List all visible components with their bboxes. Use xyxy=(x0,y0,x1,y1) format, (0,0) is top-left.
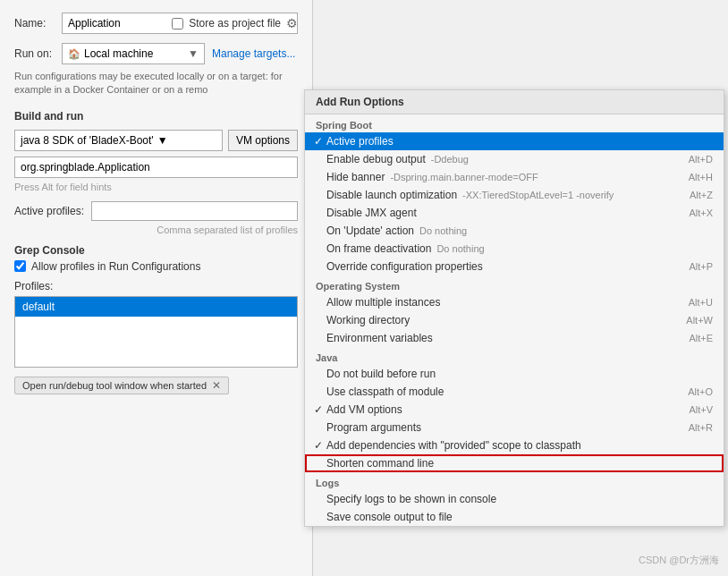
item-shortcut: Alt+H xyxy=(689,172,713,182)
sdk-value: java 8 SDK of 'BladeX-Boot' xyxy=(21,134,154,147)
item-label: Shorten command line xyxy=(326,457,434,470)
open-tool-chip[interactable]: Open run/debug tool window when started … xyxy=(14,377,229,394)
item-specify-logs[interactable]: Specify logs to be shown in console xyxy=(305,490,724,508)
item-desc: -Ddebug xyxy=(431,154,469,165)
item-allow-multiple[interactable]: Allow multiple instances Alt+U xyxy=(305,293,724,311)
item-shortcut: Alt+O xyxy=(688,386,713,397)
store-project-checkbox[interactable] xyxy=(172,18,183,30)
build-run-title: Build and run xyxy=(14,110,298,123)
item-label: Environment variables xyxy=(326,332,433,344)
item-shortcut: Alt+U xyxy=(689,297,713,308)
item-save-console[interactable]: Save console output to file xyxy=(305,508,724,526)
item-add-vm-options[interactable]: Add VM options Alt+V xyxy=(305,401,724,419)
item-label: Add VM options xyxy=(326,403,402,416)
item-label: Active profiles xyxy=(326,135,394,148)
item-desc: -Dspring.main.banner-mode=OFF xyxy=(390,172,538,182)
item-label: Do not build before run xyxy=(326,368,436,380)
item-use-classpath[interactable]: Use classpath of module Alt+O xyxy=(305,383,724,401)
item-label: On frame deactivation xyxy=(326,242,431,255)
active-profiles-input[interactable] xyxy=(91,201,298,221)
profile-item-default[interactable]: default xyxy=(15,297,297,317)
item-label: Add dependencies with "provided" scope t… xyxy=(326,439,581,452)
store-project-label: Store as project file xyxy=(189,17,281,30)
item-label: Use classpath of module xyxy=(326,385,444,398)
item-desc: Do nothing xyxy=(436,243,484,254)
item-no-build[interactable]: Do not build before run xyxy=(305,365,724,383)
item-add-dependencies[interactable]: Add dependencies with "provided" scope t… xyxy=(305,436,724,454)
item-program-args[interactable]: Program arguments Alt+R xyxy=(305,419,724,436)
dropdown-arrow-icon: ▼ xyxy=(188,47,199,60)
item-on-update[interactable]: On 'Update' action Do nothing xyxy=(305,222,724,240)
item-on-deactivation[interactable]: On frame deactivation Do nothing xyxy=(305,240,724,258)
item-env-vars[interactable]: Environment variables Alt+E xyxy=(305,329,724,347)
gear-icon[interactable]: ⚙ xyxy=(286,16,298,30)
name-label: Name: xyxy=(14,17,55,30)
hint-text: Press Alt for field hints xyxy=(14,182,298,192)
section-os: Operating System xyxy=(305,275,724,293)
manage-targets-link[interactable]: Manage targets... xyxy=(212,47,295,60)
item-disable-launch[interactable]: Disable launch optimization -XX:TieredSt… xyxy=(305,186,724,204)
item-override-config[interactable]: Override configuration properties Alt+P xyxy=(305,258,724,275)
store-project-row: Store as project file ⚙ xyxy=(172,16,298,30)
item-label: Specify logs to be shown in console xyxy=(326,493,496,505)
item-shortcut: Alt+X xyxy=(689,208,713,218)
allow-profiles-label: Allow profiles in Run Configurations xyxy=(31,260,200,273)
item-label: Disable JMX agent xyxy=(326,207,417,219)
item-label: Save console output to file xyxy=(326,511,453,523)
item-label: Enable debug output xyxy=(326,153,426,165)
item-shortcut: Alt+V xyxy=(689,404,713,415)
item-shortcut: Alt+P xyxy=(689,261,713,272)
close-icon[interactable]: ✕ xyxy=(212,379,221,392)
vm-options-button[interactable]: VM options xyxy=(228,130,298,151)
main-panel: Name: Store as project file ⚙ Run on: 🏠 … xyxy=(0,0,313,576)
item-label: Program arguments xyxy=(326,421,421,434)
active-profiles-label: Active profiles: xyxy=(14,205,84,217)
section-java: Java xyxy=(305,347,724,365)
active-profiles-row: Active profiles: xyxy=(14,201,298,221)
run-on-row: Run on: 🏠 Local machine ▼ Manage targets… xyxy=(14,43,298,64)
item-shortcut: Alt+R xyxy=(689,422,713,433)
item-shortcut: Alt+D xyxy=(689,154,713,165)
item-shorten-command-line[interactable]: Shorten command line xyxy=(305,454,724,472)
run-note: Run configurations may be executed local… xyxy=(14,70,298,97)
item-label: Hide banner xyxy=(326,171,385,183)
item-shortcut: Alt+Z xyxy=(690,190,713,200)
class-input[interactable] xyxy=(14,157,298,178)
run-on-value: Local machine xyxy=(84,47,153,60)
profiles-list[interactable]: default xyxy=(14,296,298,368)
home-icon: 🏠 xyxy=(68,48,80,60)
dropdown-header: Add Run Options xyxy=(305,90,724,114)
item-shortcut: Alt+W xyxy=(686,315,713,326)
watermark: CSDN @Dr方洲海 xyxy=(639,554,719,567)
item-desc: Do nothing xyxy=(419,225,467,236)
item-shortcut: Alt+E xyxy=(689,333,713,343)
item-active-profiles[interactable]: Active profiles xyxy=(305,132,724,150)
sdk-dropdown-icon: ▼ xyxy=(157,134,168,147)
run-on-select[interactable]: 🏠 Local machine ▼ xyxy=(62,43,205,64)
item-working-dir[interactable]: Working directory Alt+W xyxy=(305,311,724,329)
section-spring-boot: Spring Boot xyxy=(305,114,724,132)
grep-console-title: Grep Console xyxy=(14,244,298,257)
sdk-select[interactable]: java 8 SDK of 'BladeX-Boot' ▼ xyxy=(14,130,223,151)
allow-profiles-checkbox[interactable] xyxy=(14,260,26,272)
item-label: On 'Update' action xyxy=(326,224,414,237)
item-enable-debug[interactable]: Enable debug output -Ddebug Alt+D xyxy=(305,150,724,168)
allow-profiles-row: Allow profiles in Run Configurations xyxy=(14,260,298,273)
open-tool-label: Open run/debug tool window when started xyxy=(22,380,207,391)
item-label: Allow multiple instances xyxy=(326,296,440,309)
profiles-hint: Comma separated list of profiles xyxy=(14,224,298,235)
item-label: Working directory xyxy=(326,314,410,326)
dropdown-panel: Add Run Options Spring Boot Active profi… xyxy=(304,89,724,527)
item-disable-jmx[interactable]: Disable JMX agent Alt+X xyxy=(305,204,724,222)
item-label: Disable launch optimization xyxy=(326,189,457,201)
item-hide-banner[interactable]: Hide banner -Dspring.main.banner-mode=OF… xyxy=(305,168,724,186)
run-on-label: Run on: xyxy=(14,47,55,60)
item-label: Override configuration properties xyxy=(326,260,483,273)
profiles-label: Profiles: xyxy=(14,280,298,292)
section-logs: Logs xyxy=(305,472,724,490)
item-desc: -XX:TieredStopAtLevel=1 -noverify xyxy=(462,190,614,200)
build-run-row: java 8 SDK of 'BladeX-Boot' ▼ VM options xyxy=(14,130,298,151)
